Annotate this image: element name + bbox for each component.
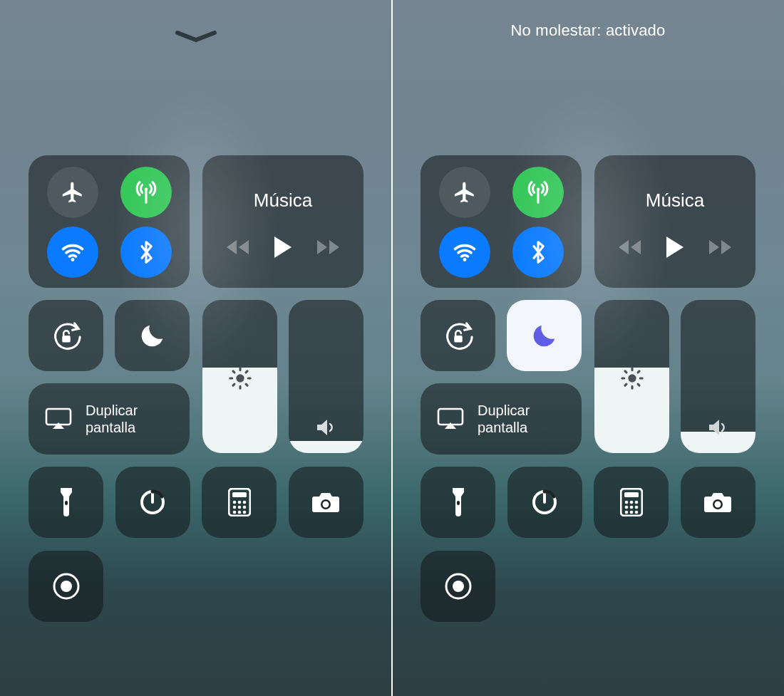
svg-point-43	[453, 581, 464, 592]
bluetooth-icon	[527, 239, 549, 266]
svg-point-0	[144, 187, 148, 191]
volume-fill	[289, 441, 363, 453]
svg-rect-27	[457, 501, 460, 505]
play-button[interactable]	[664, 235, 686, 259]
moon-icon	[530, 321, 559, 350]
orientation-lock-icon	[50, 319, 83, 352]
svg-point-39	[635, 511, 639, 514]
record-icon	[443, 571, 473, 601]
bluetooth-toggle[interactable]	[512, 227, 564, 278]
svg-point-21	[61, 581, 72, 592]
record-icon	[51, 571, 81, 601]
svg-point-17	[243, 511, 247, 514]
screen-mirroring-button[interactable]: Duplicar pantalla	[29, 383, 190, 455]
airplane-icon	[453, 180, 477, 204]
camera-button[interactable]	[289, 467, 363, 538]
svg-point-16	[238, 511, 242, 514]
status-toast: No molestar: activado	[392, 21, 784, 40]
previous-track-button[interactable]	[225, 237, 250, 257]
svg-point-15	[233, 511, 237, 514]
calculator-icon	[228, 488, 251, 516]
do-not-disturb-toggle[interactable]	[507, 300, 582, 371]
wifi-icon	[60, 239, 86, 265]
music-title: Música	[202, 189, 363, 212]
cellular-data-toggle[interactable]	[120, 167, 172, 218]
calculator-button[interactable]	[202, 467, 277, 538]
do-not-disturb-toggle[interactable]	[115, 300, 190, 371]
svg-point-19	[323, 502, 329, 508]
svg-rect-2	[62, 336, 71, 343]
svg-point-41	[715, 502, 721, 508]
screen-mirroring-button[interactable]: Duplicar pantalla	[421, 383, 582, 455]
volume-slider[interactable]	[289, 300, 363, 453]
svg-point-23	[463, 258, 466, 261]
svg-point-11	[243, 501, 247, 504]
control-center-pane-left: Música	[0, 0, 392, 696]
bluetooth-toggle[interactable]	[120, 227, 172, 278]
calculator-icon	[620, 488, 643, 516]
wifi-icon	[452, 239, 478, 265]
timer-button[interactable]	[115, 467, 190, 538]
svg-rect-30	[624, 492, 639, 497]
brightness-icon	[594, 366, 669, 390]
calculator-button[interactable]	[594, 467, 669, 538]
airplane-mode-toggle[interactable]	[439, 167, 490, 218]
svg-point-26	[628, 374, 636, 382]
svg-point-31	[625, 501, 629, 504]
connectivity-module[interactable]	[29, 155, 190, 288]
flashlight-button[interactable]	[29, 467, 103, 538]
svg-point-22	[536, 187, 540, 191]
svg-rect-24	[454, 336, 463, 343]
brightness-slider[interactable]	[202, 300, 277, 453]
flashlight-icon	[58, 487, 74, 518]
camera-button[interactable]	[681, 467, 755, 538]
music-module[interactable]: Música	[202, 155, 363, 288]
volume-icon	[289, 417, 363, 437]
svg-point-9	[233, 501, 237, 504]
svg-point-35	[630, 506, 634, 509]
screen-record-row	[421, 551, 495, 622]
screen-record-row	[29, 551, 103, 622]
connectivity-module[interactable]	[421, 155, 582, 288]
svg-point-37	[625, 511, 629, 514]
music-module[interactable]: Música	[594, 155, 755, 288]
previous-track-button[interactable]	[617, 237, 642, 257]
cellular-data-toggle[interactable]	[512, 167, 564, 218]
brightness-slider[interactable]	[594, 300, 669, 453]
svg-point-34	[625, 506, 629, 509]
timer-icon	[138, 488, 167, 516]
pane-divider	[391, 0, 393, 696]
svg-point-10	[238, 501, 242, 504]
airplay-icon	[436, 407, 465, 431]
timer-button[interactable]	[507, 467, 582, 538]
screen-record-button[interactable]	[421, 551, 495, 622]
dismiss-chevron-icon[interactable]	[175, 30, 217, 44]
svg-point-32	[630, 501, 634, 504]
svg-point-4	[236, 374, 244, 382]
bluetooth-icon	[135, 239, 157, 266]
utility-row	[29, 467, 363, 538]
svg-point-14	[243, 506, 247, 509]
orientation-lock-toggle[interactable]	[29, 300, 103, 371]
antenna-icon	[526, 180, 550, 204]
svg-rect-8	[232, 492, 247, 497]
screen-mirroring-label: Duplicar pantalla	[86, 402, 138, 436]
svg-point-33	[635, 501, 639, 504]
orientation-lock-icon	[442, 319, 475, 352]
screen-record-button[interactable]	[29, 551, 103, 622]
svg-point-13	[238, 506, 242, 509]
control-center-pane-right: No molestar: activado	[392, 0, 784, 696]
wifi-toggle[interactable]	[439, 227, 490, 278]
utility-row	[421, 467, 755, 538]
wifi-toggle[interactable]	[47, 227, 98, 278]
airplane-mode-toggle[interactable]	[47, 167, 98, 218]
volume-slider[interactable]	[681, 300, 755, 453]
volume-icon	[681, 417, 755, 437]
next-track-button[interactable]	[708, 237, 733, 257]
svg-rect-5	[65, 501, 68, 505]
moon-icon	[138, 321, 167, 350]
flashlight-button[interactable]	[421, 467, 495, 538]
play-button[interactable]	[272, 235, 294, 259]
orientation-lock-toggle[interactable]	[421, 300, 495, 371]
next-track-button[interactable]	[316, 237, 341, 257]
